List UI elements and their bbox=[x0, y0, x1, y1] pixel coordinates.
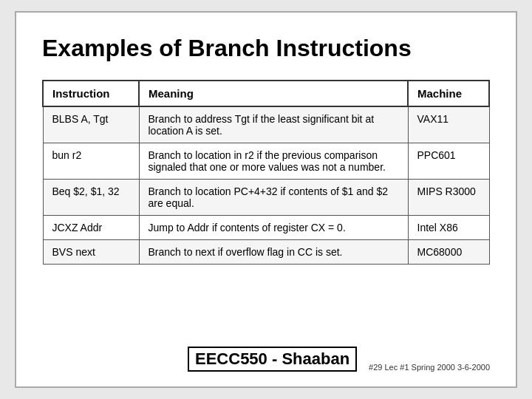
cell-machine: PPC601 bbox=[408, 143, 489, 180]
cell-instruction: JCXZ Addr bbox=[43, 216, 139, 240]
cell-machine: VAX11 bbox=[408, 106, 489, 143]
table-row: BLBS A, TgtBranch to address Tgt if the … bbox=[43, 106, 489, 143]
branch-instructions-table: Instruction Meaning Machine BLBS A, TgtB… bbox=[42, 80, 490, 265]
header-machine: Machine bbox=[408, 81, 489, 106]
cell-instruction: Beq $2, $1, 32 bbox=[43, 180, 139, 216]
cell-machine: MC68000 bbox=[408, 240, 489, 265]
header-instruction: Instruction bbox=[43, 81, 139, 106]
cell-meaning: Branch to location PC+4+32 if contents o… bbox=[139, 180, 408, 216]
cell-machine: Intel X86 bbox=[408, 216, 489, 240]
cell-instruction: BVS next bbox=[43, 240, 139, 265]
table-row: BVS nextBranch to next if overflow flag … bbox=[43, 240, 489, 265]
cell-meaning: Branch to next if overflow flag in CC is… bbox=[139, 240, 408, 265]
cell-instruction: bun r2 bbox=[43, 143, 139, 180]
table-row: bun r2Branch to location in r2 if the pr… bbox=[43, 143, 489, 180]
cell-instruction: BLBS A, Tgt bbox=[43, 106, 139, 143]
table-row: Beq $2, $1, 32Branch to location PC+4+32… bbox=[43, 180, 489, 216]
cell-meaning: Branch to location in r2 if the previous… bbox=[139, 143, 408, 180]
slide: Examples of Branch Instructions Instruct… bbox=[15, 11, 517, 388]
cell-meaning: Jump to Addr if contents of register CX … bbox=[139, 216, 408, 240]
header-meaning: Meaning bbox=[139, 81, 408, 106]
footer: EECC550 - Shaaban #29 Lec #1 Spring 2000… bbox=[42, 347, 490, 372]
table-row: JCXZ AddrJump to Addr if contents of reg… bbox=[43, 216, 489, 240]
footer-meta: #29 Lec #1 Spring 2000 3-6-2000 bbox=[369, 363, 490, 372]
table-header-row: Instruction Meaning Machine bbox=[43, 81, 489, 106]
slide-title: Examples of Branch Instructions bbox=[42, 35, 490, 62]
cell-meaning: Branch to address Tgt if the least signi… bbox=[139, 106, 408, 143]
footer-title: EECC550 - Shaaban bbox=[188, 347, 357, 372]
cell-machine: MIPS R3000 bbox=[408, 180, 489, 216]
table-container: Instruction Meaning Machine BLBS A, TgtB… bbox=[42, 80, 490, 338]
